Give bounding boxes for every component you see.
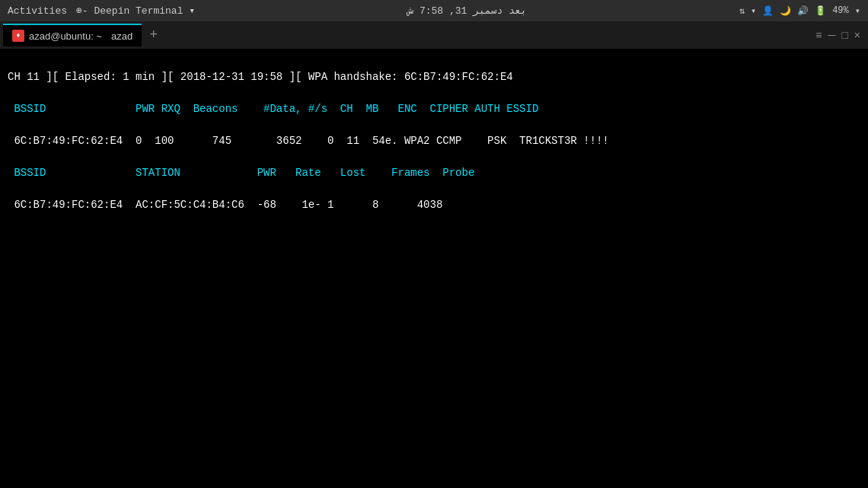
activities-label[interactable]: Activities (8, 5, 67, 17)
data-row-1: 6C:B7:49:FC:62:E4 0 100 745 3652 0 11 54… (8, 135, 609, 147)
close-button[interactable]: × (854, 29, 860, 41)
header-row-1: BSSID PWR RXQ Beacons #Data, #/s CH MB E… (8, 103, 538, 115)
terminal-label: ⊕- Deepin Terminal (76, 5, 183, 17)
system-bar-right: ⇅ ▾ 👤 🌙 🔊 🔋 49% ▾ (739, 5, 860, 17)
new-tab-button[interactable]: + (145, 27, 162, 43)
terminal-arrow[interactable]: ▾ (189, 5, 195, 17)
status-line: CH 11 ][ Elapsed: 1 min ][ 2018-12-31 19… (8, 71, 513, 83)
window-controls: ≡ ─ □ × (815, 29, 865, 41)
system-bar-datetime: بعد دسمبر 31, 7:58 ش (407, 5, 526, 17)
system-bar: Activities ⊕- Deepin Terminal ▾ بعد دسمب… (0, 0, 868, 21)
menu-button[interactable]: ≡ (815, 29, 822, 41)
minimize-button[interactable]: ─ (828, 29, 835, 41)
terminal-indicator: ⊕- Deepin Terminal ▾ (76, 5, 195, 17)
tray-icon-1[interactable]: ⇅ (739, 5, 745, 17)
tab-user: azad (111, 30, 132, 42)
datetime-display: بعد دسمبر 31, 7:58 ش (407, 5, 526, 17)
tray-icon-2[interactable]: ▾ (751, 5, 756, 17)
tab-logo: ♦ (12, 30, 24, 42)
tab-bar: ♦ azad@ubuntu: ~ azad + ≡ ─ □ × (0, 21, 868, 49)
data-row-2: 6C:B7:49:FC:62:E4 AC:CF:5C:C4:B4:C6 -68 … (8, 199, 442, 211)
tray-icon-5[interactable]: 🔊 (797, 5, 809, 17)
battery-percent: 49% (832, 5, 849, 16)
tray-icon-4[interactable]: 🌙 (780, 5, 791, 17)
tab-username-host: azad@ubuntu: ~ (29, 30, 102, 42)
tray-icon-7[interactable]: ▾ (855, 5, 860, 17)
tray-icon-6[interactable]: 🔋 (815, 5, 826, 17)
terminal-window: ♦ azad@ubuntu: ~ azad + ≡ ─ □ × CH 11 ][… (0, 21, 868, 488)
tray-icon-3[interactable]: 👤 (762, 5, 774, 17)
tab-logo-icon: ♦ (16, 32, 20, 40)
header-row-2: BSSID STATION PWR Rate Lost Frames Probe (8, 167, 474, 179)
system-bar-left: Activities ⊕- Deepin Terminal ▾ (8, 5, 195, 17)
terminal-content[interactable]: CH 11 ][ Elapsed: 1 min ][ 2018-12-31 19… (0, 49, 868, 488)
maximize-button[interactable]: □ (841, 29, 847, 41)
terminal-tab[interactable]: ♦ azad@ubuntu: ~ azad (3, 24, 142, 46)
